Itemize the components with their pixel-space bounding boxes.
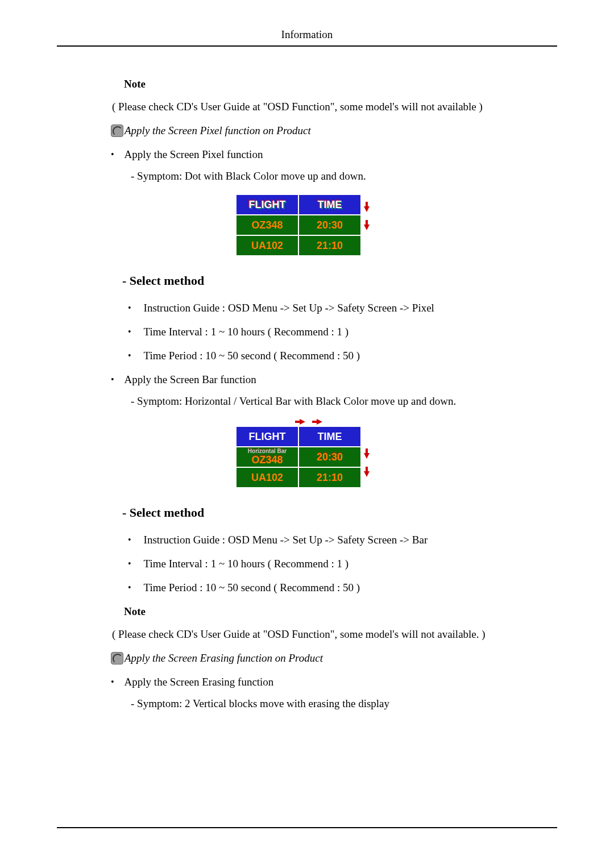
arrow-down-icon [364,206,370,212]
select-method-heading-2: - Select method [122,505,557,520]
fig1-r2c2: 21:10 [298,235,361,256]
apply-pixel-caption: Apply the Screen Pixel function on Produ… [125,124,311,137]
fig2-r2c1: UA102 [236,467,298,488]
select1-item-2: Time Period : 10 ~ 50 second ( Recommend… [144,350,360,362]
arrow-down-icon [364,453,370,459]
arrow-right-icon [317,419,322,425]
select2-item-1: Time Interval : 1 ~ 10 hours ( Recommend… [144,558,349,570]
page-header: Information [57,28,557,47]
fig2-head-flight: FLIGHT [236,426,298,447]
select1-item-0: Instruction Guide : OSD Menu -> Set Up -… [144,302,434,314]
select2-item-2: Time Period : 10 ~ 50 second ( Recommend… [144,582,360,594]
figure-pixel: FLIGHT TIME OZ348 20:30 UA102 21:10 [57,194,557,256]
fig2-r1c1: Horizontal Bar OZ348 [236,447,298,467]
fig2-r2c2: 21:10 [298,467,361,488]
bullet-icon: • [128,302,131,314]
bullet-icon: • [111,373,114,386]
select-method-heading-1: - Select method [122,273,557,288]
pixel-symptom: - Symptom: Dot with Black Color move up … [131,170,557,182]
bullet-icon: • [128,534,131,546]
erasing-symptom: - Symptom: 2 Vertical blocks move with e… [131,697,557,710]
note-text-2: ( Please check CD's User Guide at "OSD F… [112,628,557,641]
bullet-icon: • [128,558,131,570]
footer-rule [57,827,557,828]
figure-bar: FLIGHT TIME Horizontal Bar OZ348 20:30 U… [57,419,557,488]
select2-item-0: Instruction Guide : OSD Menu -> Set Up -… [144,534,428,546]
note-text-1: ( Please check CD's User Guide at "OSD F… [112,101,557,113]
fig1-r1c1: OZ348 [236,215,298,235]
fig1-r1c2: 20:30 [298,215,361,235]
tool-icon [111,124,123,137]
note-label-1: Note [124,78,557,90]
note-label-2: Note [124,605,557,618]
apply-pixel-bullet: Apply the Screen Pixel function [125,148,263,161]
bullet-icon: • [111,676,114,688]
tool-icon [111,652,123,665]
apply-erasing-caption: Apply the Screen Erasing function on Pro… [125,652,323,665]
arrow-down-icon [364,471,370,477]
fig2-r1c2: 20:30 [298,447,361,467]
fig1-head-flight: FLIGHT [236,194,298,215]
bullet-icon: • [128,350,131,362]
fig2-head-time: TIME [298,426,361,447]
fig1-r2c1: UA102 [236,235,298,256]
arrow-down-icon [364,225,370,230]
fig1-head-time: TIME [298,194,361,215]
bullet-icon: • [111,148,114,161]
bullet-icon: • [128,326,131,338]
bar-symptom: - Symptom: Horizontal / Vertical Bar wit… [131,395,557,408]
select1-item-1: Time Interval : 1 ~ 10 hours ( Recommend… [144,326,349,338]
bullet-icon: • [128,582,131,594]
apply-erasing-bullet: Apply the Screen Erasing function [125,676,274,688]
apply-bar-bullet: Apply the Screen Bar function [125,373,256,386]
arrow-right-icon [300,419,305,425]
